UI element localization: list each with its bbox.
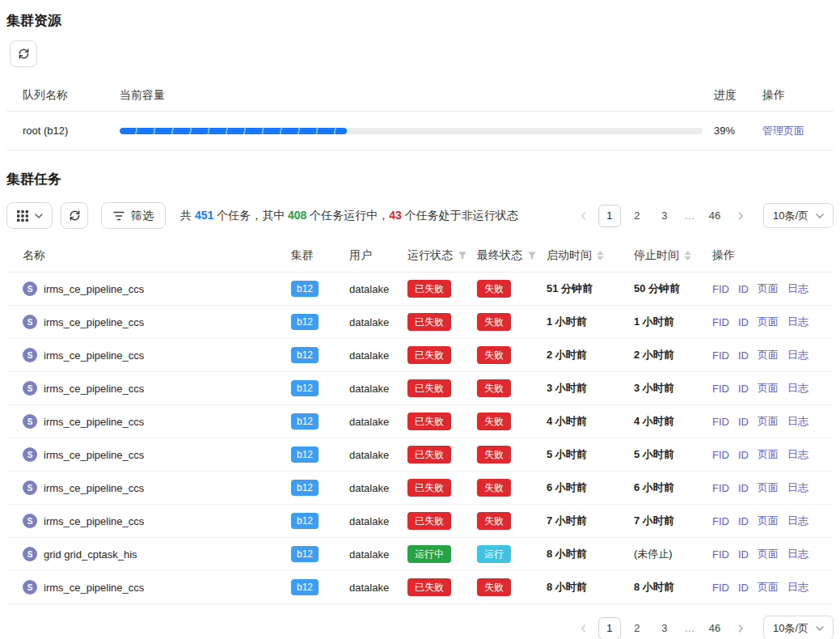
stop-time: (未停止): [634, 547, 712, 561]
refresh-tasks-button[interactable]: [61, 202, 88, 229]
action-fid-link[interactable]: FID: [712, 582, 729, 594]
action-id-link[interactable]: ID: [738, 548, 749, 561]
action-log-link[interactable]: 日志: [787, 480, 808, 495]
avatar: S: [23, 315, 37, 329]
table-row: S irms_ce_pipeline_ccs b12 datalake 已失败 …: [6, 472, 834, 505]
column-settings-button[interactable]: [6, 202, 53, 229]
start-time: 4 小时前: [547, 414, 634, 429]
filter-icon[interactable]: [458, 251, 467, 260]
action-fid-link[interactable]: FID: [712, 548, 729, 561]
action-id-link[interactable]: ID: [738, 283, 749, 295]
action-fid-link[interactable]: FID: [712, 515, 729, 527]
action-fid-link[interactable]: FID: [712, 283, 729, 295]
action-page-link[interactable]: 页面: [758, 480, 779, 495]
page-button-1[interactable]: 1: [598, 205, 621, 227]
task-name: irms_ce_pipeline_ccs: [44, 515, 144, 527]
page-button-2[interactable]: 2: [626, 617, 648, 639]
start-time: 1 小时前: [547, 315, 634, 329]
progress-value: 39%: [714, 125, 756, 137]
col-final-status-label: 最终状态: [477, 248, 522, 263]
table-row: S irms_ce_pipeline_ccs b12 datalake 已失败 …: [6, 571, 834, 604]
task-name: irms_ce_pipeline_ccs: [44, 582, 144, 594]
col-user: 用户: [349, 248, 407, 263]
run-status-badge: 已失败: [407, 413, 451, 430]
user-name: datalake: [349, 582, 407, 594]
refresh-resources-button[interactable]: [10, 40, 37, 67]
action-page-link[interactable]: 页面: [758, 381, 779, 396]
action-id-link[interactable]: ID: [738, 349, 749, 362]
page-ellipsis[interactable]: …: [681, 209, 699, 222]
stop-time: 7 小时前: [634, 514, 712, 528]
final-status-badge: 失败: [477, 313, 511, 331]
filter-icon[interactable]: [527, 251, 537, 260]
action-page-link[interactable]: 页面: [758, 414, 779, 429]
action-log-link[interactable]: 日志: [787, 414, 808, 429]
action-fid-link[interactable]: FID: [712, 482, 729, 494]
bottom-toolbar: 1 2 3 … 46 10条/页: [6, 616, 834, 639]
page-button-3[interactable]: 3: [653, 617, 676, 639]
filter-button[interactable]: 筛选: [101, 202, 166, 229]
action-log-link[interactable]: 日志: [787, 381, 808, 396]
action-log-link[interactable]: 日志: [787, 315, 808, 329]
filter-button-label: 筛选: [131, 209, 154, 223]
action-log-link[interactable]: 日志: [787, 547, 808, 561]
total-count: 451: [195, 209, 213, 222]
action-log-link[interactable]: 日志: [787, 514, 808, 528]
action-log-link[interactable]: 日志: [787, 348, 808, 362]
page-button-46[interactable]: 46: [703, 617, 726, 639]
action-id-link[interactable]: ID: [738, 416, 749, 428]
avatar: S: [23, 480, 37, 495]
col-start-time-label: 启动时间: [547, 248, 592, 263]
sorter-icon[interactable]: [684, 251, 691, 260]
action-id-link[interactable]: ID: [738, 383, 749, 395]
action-page-link[interactable]: 页面: [758, 447, 779, 462]
action-page-link[interactable]: 页面: [758, 348, 779, 362]
page-size-select[interactable]: 10条/页: [763, 616, 834, 639]
final-status-badge: 失败: [477, 280, 511, 298]
action-page-link[interactable]: 页面: [758, 547, 779, 561]
page-ellipsis[interactable]: …: [681, 622, 699, 634]
user-name: datalake: [349, 548, 407, 561]
page-button-2[interactable]: 2: [626, 205, 648, 227]
action-fid-link[interactable]: FID: [712, 316, 729, 328]
action-page-link[interactable]: 页面: [758, 580, 779, 595]
stop-time: 6 小时前: [634, 480, 712, 495]
pagination-bottom: 1 2 3 … 46 10条/页: [574, 616, 834, 639]
action-fid-link[interactable]: FID: [712, 383, 729, 395]
page-button-46[interactable]: 46: [703, 205, 726, 227]
cluster-tasks-title: 集群任务: [6, 170, 834, 188]
summary-text: 个任务处于非运行状态: [402, 209, 518, 222]
prev-page-button[interactable]: [574, 205, 593, 226]
action-id-link[interactable]: ID: [738, 515, 749, 527]
final-status-badge: 失败: [477, 578, 511, 596]
start-time: 3 小时前: [547, 381, 634, 396]
action-log-link[interactable]: 日志: [787, 281, 808, 296]
action-fid-link[interactable]: FID: [712, 349, 729, 362]
action-fid-link[interactable]: FID: [712, 416, 729, 428]
sorter-icon[interactable]: [597, 251, 604, 260]
chevron-down-icon: [816, 626, 824, 631]
next-page-button[interactable]: [731, 618, 750, 639]
manage-page-link[interactable]: 管理页面: [762, 125, 804, 137]
run-status-badge: 已失败: [407, 313, 451, 331]
action-log-link[interactable]: 日志: [787, 447, 808, 462]
page-button-3[interactable]: 3: [653, 205, 676, 227]
action-fid-link[interactable]: FID: [712, 449, 729, 461]
action-log-link[interactable]: 日志: [787, 580, 808, 595]
action-page-link[interactable]: 页面: [758, 315, 779, 329]
action-page-link[interactable]: 页面: [758, 514, 779, 528]
action-id-link[interactable]: ID: [738, 316, 749, 328]
page-size-select[interactable]: 10条/页: [763, 203, 834, 228]
prev-page-button[interactable]: [574, 618, 593, 639]
user-name: datalake: [349, 449, 407, 461]
next-page-button[interactable]: [731, 205, 750, 226]
run-status-badge: 已失败: [407, 479, 451, 497]
final-status-badge: 失败: [477, 346, 511, 364]
action-id-link[interactable]: ID: [738, 582, 749, 594]
action-page-link[interactable]: 页面: [758, 281, 779, 296]
table-row: S irms_ce_pipeline_ccs b12 datalake 已失败 …: [6, 339, 834, 372]
action-id-link[interactable]: ID: [738, 449, 749, 461]
action-id-link[interactable]: ID: [738, 482, 749, 494]
page-button-1[interactable]: 1: [598, 617, 621, 639]
run-status-badge: 已失败: [407, 280, 451, 298]
